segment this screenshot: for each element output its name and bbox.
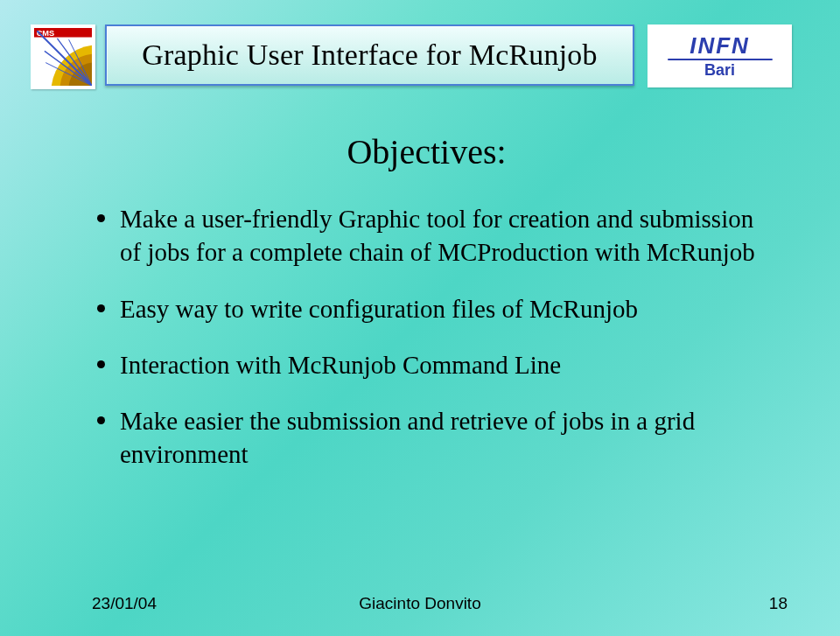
footer-date: 23/01/04	[92, 594, 157, 613]
footer-page: 18	[769, 594, 788, 613]
cms-logo: CMS	[31, 24, 95, 89]
list-item: Interaction with McRunjob Command Line	[92, 348, 761, 381]
slide-title-box: Graphic User Interface for McRunjob	[105, 24, 634, 86]
infn-sub: Bari	[704, 62, 735, 78]
infn-word: INFN	[690, 34, 750, 57]
slide-title: Graphic User Interface for McRunjob	[142, 38, 598, 72]
list-item: Easy way to write configuration files of…	[92, 292, 761, 325]
list-item: Make easier the submission and retrieve …	[92, 404, 761, 472]
bullet-list: Make a user-friendly Graphic tool for cr…	[92, 202, 761, 472]
list-item: Make a user-friendly Graphic tool for cr…	[92, 202, 761, 269]
infn-logo: INFN Bari	[648, 24, 792, 87]
slide-content: Objectives: Make a user-friendly Graphic…	[92, 131, 761, 494]
footer-author: Giacinto Donvito	[359, 594, 480, 613]
slide-footer: 23/01/04 Giacinto Donvito 18	[0, 594, 840, 613]
section-heading: Objectives:	[92, 131, 761, 172]
infn-divider	[668, 59, 773, 60]
